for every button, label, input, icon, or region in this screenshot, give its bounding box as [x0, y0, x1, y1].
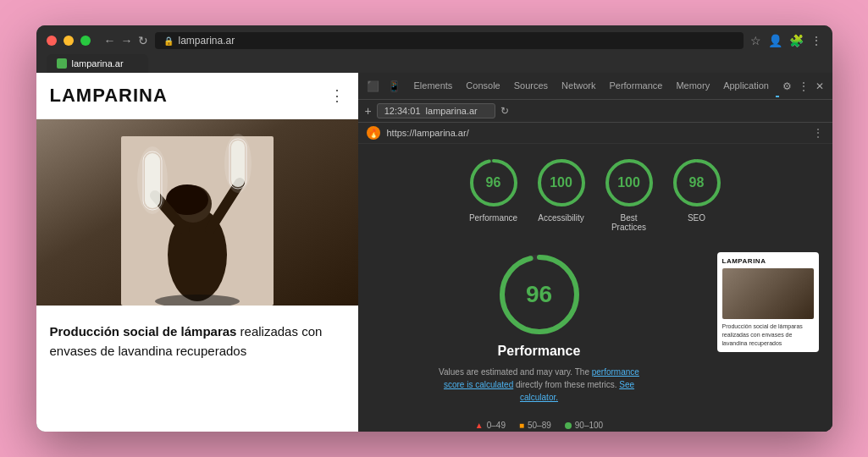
tab-application[interactable]: Application [716, 75, 776, 97]
site-menu-icon[interactable]: ⋮ [329, 86, 345, 105]
browser-content: LAMPARINA ⋮ [36, 73, 832, 432]
tab-label: lamparina.ar [72, 58, 124, 69]
legend-red: ▲ 0–49 [475, 421, 506, 430]
hero-svg [36, 119, 358, 306]
tab-sources[interactable]: Sources [507, 75, 555, 97]
score-label-best-practices: Best Practices [604, 213, 655, 232]
devtools-settings-icon[interactable]: ⚙ [779, 77, 795, 96]
site-headline: Producción social de lámparas realizadas… [50, 322, 345, 361]
score-circle-accessibility: 100 [536, 157, 587, 208]
legend-red-label: 0–49 [487, 421, 506, 430]
score-item-performance: 96 Performance [468, 157, 519, 232]
browser-menu-icon[interactable]: ⋮ [810, 34, 822, 47]
legend-red-triangle: ▲ [475, 421, 484, 430]
lock-icon: 🔒 [163, 36, 174, 46]
extension-icon: 🧩 [789, 34, 804, 47]
legend-orange-label: 50–89 [528, 421, 551, 430]
thumb-text: Producción social de lámparas realizadas… [722, 322, 814, 347]
legend-orange-square: ■ [519, 421, 524, 430]
big-performance-value: 96 [526, 281, 552, 308]
legend-green: 90–100 [565, 421, 603, 430]
score-label-seo: SEO [688, 213, 705, 223]
lighthouse-menu-icon[interactable]: ⋮ [812, 126, 824, 140]
bookmark-icon[interactable]: ☆ [750, 34, 761, 47]
site-thumbnail: LAMPARINA Producción social de lámparas … [717, 252, 819, 352]
headline-bold: Producción social de lámparas [50, 324, 237, 339]
tab-performance[interactable]: Performance [602, 75, 669, 97]
devtools-dots-icon[interactable]: ⋮ [795, 77, 812, 96]
url-text: lamparina.ar [179, 35, 235, 47]
big-performance-section: 96 Performance Values are estimated and … [372, 252, 707, 430]
score-circle-performance: 96 [468, 157, 519, 208]
browser-tab[interactable]: lamparina.ar [47, 54, 148, 73]
big-performance-circle: 96 [497, 252, 582, 337]
thumb-image [722, 268, 814, 319]
browser-chrome: ← → ↻ 🔒 lamparina.ar ☆ 👤 🧩 ⋮ lamparina.a… [36, 25, 832, 73]
svg-point-13 [224, 134, 252, 193]
lighthouse-icon: 🔥 [367, 126, 380, 140]
devtools-close-icon[interactable]: ✕ [812, 77, 827, 96]
tab-elements[interactable]: Elements [407, 75, 460, 97]
lh-main-layout: 96 Performance Values are estimated and … [372, 252, 819, 432]
big-performance-label: Performance [498, 344, 581, 359]
add-button[interactable]: + [365, 104, 372, 118]
legend-orange: ■ 50–89 [519, 421, 551, 430]
site-logo: LAMPARINA [50, 85, 168, 107]
score-item-seo: 98 SEO [672, 157, 722, 232]
forward-button[interactable]: → [121, 34, 133, 47]
refresh-button[interactable]: ↻ [138, 34, 148, 47]
score-value-accessibility: 100 [550, 175, 572, 190]
site-text: Producción social de lámparas realizadas… [36, 306, 358, 432]
address-bar[interactable]: 🔒 lamparina.ar [155, 32, 744, 49]
devtools-toolbar: ⬛ 📱 Elements Console Sources Network Per… [358, 73, 832, 100]
score-label-performance: Performance [469, 213, 517, 223]
devtools-device-icon[interactable]: 📱 [384, 77, 404, 96]
tab-favicon [57, 58, 67, 69]
close-button[interactable] [47, 36, 57, 46]
legend-green-dot [565, 422, 572, 429]
tab-network[interactable]: Network [555, 75, 602, 97]
legend-green-label: 90–100 [575, 421, 603, 430]
performance-description: Values are estimated and may vary. The p… [429, 366, 650, 404]
devtools-inspect-icon[interactable]: ⬛ [363, 77, 383, 96]
thumb-logo: LAMPARINA [722, 257, 814, 265]
svg-point-10 [137, 146, 168, 214]
lh-left: 96 Performance Values are estimated and … [372, 252, 707, 432]
lighthouse-url-bar: 🔥 https://lamparina.ar/ ⋮ [358, 123, 832, 144]
score-item-best-practices: 100 Best Practices [604, 157, 655, 232]
lighthouse-url-text: https://lamparina.ar/ [387, 128, 805, 138]
tab-console[interactable]: Console [459, 75, 506, 97]
score-label-accessibility: Accessibility [538, 213, 583, 223]
legend-row: ▲ 0–49 ■ 50–89 90–100 [475, 421, 603, 430]
browser-window: ← → ↻ 🔒 lamparina.ar ☆ 👤 🧩 ⋮ lamparina.a… [36, 25, 832, 432]
devtools-toolbar-left: ⬛ 📱 [363, 77, 404, 96]
devtools-tabs: Elements Console Sources Network Perform… [407, 75, 779, 97]
website-preview: LAMPARINA ⋮ [36, 73, 358, 432]
tab-memory[interactable]: Memory [669, 75, 716, 97]
score-value-seo: 98 [689, 175, 705, 190]
refresh-icon[interactable]: ↻ [500, 105, 509, 117]
score-circle-seo: 98 [672, 157, 722, 208]
maximize-button[interactable] [80, 36, 91, 46]
score-item-accessibility: 100 Accessibility [536, 157, 587, 232]
score-circles-row: 96 Performance 100 Accessi [372, 157, 819, 232]
url-input[interactable] [377, 103, 495, 118]
minimize-button[interactable] [64, 36, 74, 46]
score-value-best-practices: 100 [617, 175, 640, 190]
score-value-performance: 96 [486, 175, 501, 190]
site-hero-image [36, 119, 358, 306]
site-header: LAMPARINA ⋮ [36, 73, 358, 119]
score-circle-best-practices: 100 [604, 157, 655, 208]
big-circle-container: 96 Performance Values are estimated and … [429, 252, 650, 430]
lh-right: LAMPARINA Producción social de lámparas … [717, 252, 819, 432]
back-button[interactable]: ← [104, 34, 116, 47]
devtools-url-bar: + ↻ [358, 100, 832, 123]
tab-bar: lamparina.ar [47, 54, 822, 73]
profile-icon: 👤 [768, 34, 782, 47]
lighthouse-content[interactable]: 96 Performance 100 Accessi [358, 144, 832, 432]
devtools-panel: ⬛ 📱 Elements Console Sources Network Per… [358, 73, 832, 432]
